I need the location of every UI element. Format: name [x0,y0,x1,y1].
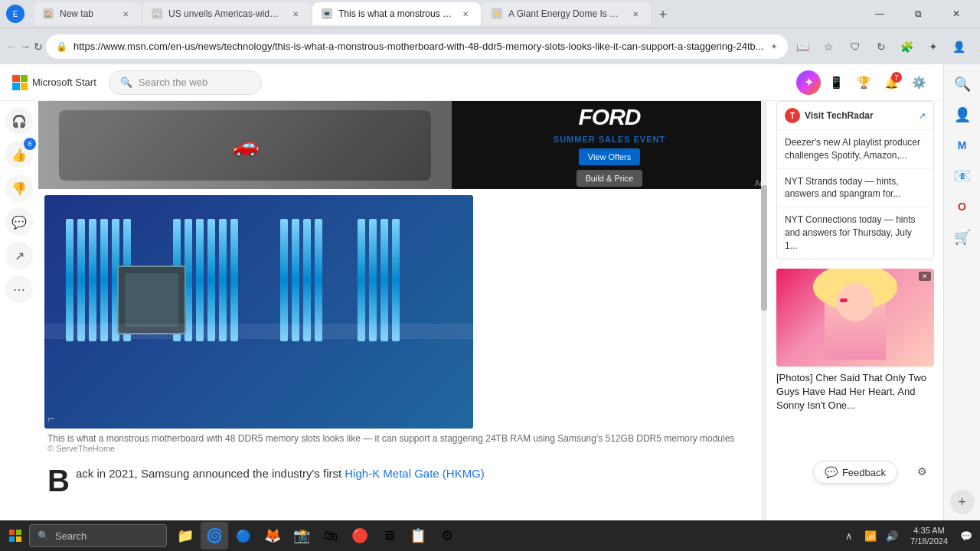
tab-4[interactable]: ⚡ A Giant Energy Dome Is Daring... ✕ [482,2,651,25]
browser-essentials-icon[interactable]: 🛡 [843,34,867,59]
comment-icon: 💬 [11,215,27,230]
close-button[interactable]: ✕ [939,2,974,25]
taskbar-sound[interactable]: 🔊 [881,525,903,546]
comment-button[interactable]: 💬 [5,208,33,236]
edge-sidebar-outlook[interactable]: 📧 [949,162,976,190]
favorites-icon[interactable]: ☆ [817,34,841,59]
msn-sq-blue [12,83,20,90]
edge-sidebar-profile[interactable]: 👤 [949,101,976,129]
header-icons: ✦ 📱 🏆 🔔 7 ⚙️ [796,70,931,95]
taskbar-clock[interactable]: 4:35 AM 7/18/2024 [906,525,952,547]
cher-box[interactable]: ✕ [Photos] Cher Said That Only Two Guys … [776,269,934,413]
copilot-toolbar-icon[interactable]: ✦ [921,34,946,59]
mobile-icon[interactable]: 📱 [824,70,848,95]
motherboard-board: ⌐ [44,195,473,429]
share-button[interactable]: ↗ [5,242,33,269]
like-button[interactable]: 👍 8 [5,141,33,168]
tab-2-favicon: 📰 [152,8,162,19]
article-body: ack in 2021, Samsung announced the indus… [76,465,758,483]
scroll-thumb[interactable] [761,185,767,311]
more-button[interactable]: ⋯ [5,276,33,303]
bottom-settings-icon[interactable]: ⚙ [910,459,934,484]
edge-sidebar-office[interactable]: O [949,193,976,220]
extensions-icon[interactable]: 🧩 [895,34,920,59]
tab-3-favicon: 💻 [322,8,332,19]
edge-notifications[interactable]: 🔔 7 [973,34,980,59]
taskbar-search[interactable]: 🔍 Search [29,524,167,547]
edge-sidebar-m365[interactable]: M [949,132,976,159]
ad-build-price-button[interactable]: Build & Price [577,170,643,187]
profile-toolbar-icon[interactable]: 👤 [947,34,972,59]
listen-button[interactable]: 🎧 [5,107,33,135]
techradar-item-3[interactable]: NYT Connections today — hints and answer… [777,207,933,258]
taskbar-app-acrobat[interactable]: 🔴 [346,522,374,549]
taskbar-app-photos[interactable]: 📸 [288,522,315,549]
profile-icon[interactable]: E [6,5,24,23]
address-input[interactable]: 🔒 https://www.msn.com/en-us/news/technol… [46,34,788,59]
taskbar-time: 4:35 AM [910,525,948,536]
taskbar-app-remote[interactable]: 📋 [404,522,432,549]
tab-1-title: New tab [60,8,113,19]
start-button[interactable] [3,523,28,548]
taskbar-app-firefox[interactable]: 🦊 [259,522,286,549]
title-bar: E 🏠 New tab ✕ 📰 US unveils Americas-wide… [0,0,980,28]
article-text: B ack in 2021, Samsung announced the ind… [38,459,767,502]
share-icon: ↗ [15,249,24,263]
techradar-icon: T [785,108,800,123]
taskbar-network[interactable]: 📶 [860,525,881,546]
forward-button[interactable]: → [20,34,31,59]
cher-caption: [Photos] Cher Said That Only Two Guys Ha… [776,371,934,413]
dislike-button[interactable]: 👎 [5,174,33,202]
start-icon [9,530,21,542]
sync-icon[interactable]: ↻ [869,34,893,59]
tab-2-close[interactable]: ✕ [289,8,302,20]
edge-sidebar-shopping[interactable]: 🛒 [949,223,976,251]
rewards-icon[interactable]: 🏆 [851,70,876,95]
taskbar-app-chrome[interactable]: 🔵 [230,522,257,549]
msn-search-bar[interactable]: 🔍 Search the web [109,70,262,95]
scroll-indicator[interactable] [761,101,767,520]
settings-icon[interactable]: ⚙️ [906,70,931,95]
reading-mode-icon[interactable]: 📖 [791,34,815,59]
back-button[interactable]: ← [6,34,17,59]
tab-1-close[interactable]: ✕ [119,8,132,20]
taskbar-app-explorer[interactable]: 📁 [172,522,199,549]
maximize-button[interactable]: ⧉ [900,2,936,25]
address-bar: ← → ↻ 🔒 https://www.msn.com/en-us/news/t… [0,28,980,64]
taskbar-app-powershell[interactable]: 🖥 [375,522,403,549]
minimize-button[interactable]: — [862,2,897,25]
edge-sidebar-search[interactable]: 🔍 [949,70,976,98]
edge-sidebar-add[interactable]: + [950,490,975,514]
tab-4-close[interactable]: ✕ [629,8,642,20]
article-link[interactable]: High-K Metal Gate (HKMG) [345,467,485,480]
taskbar-app-settings[interactable]: ⚙ [433,522,461,549]
copilot-icon[interactable]: ✦ [796,70,821,95]
taskbar-chevron[interactable]: ∧ [838,525,860,546]
taskbar-notifications[interactable]: 💬 [956,525,977,546]
techradar-item-1[interactable]: Deezer's new AI playlist producer challe… [777,130,933,169]
taskbar-app-edge[interactable]: 🌀 [201,522,228,549]
refresh-button[interactable]: ↻ [34,34,43,59]
tab-2[interactable]: 📰 US unveils Americas-wide plan... ✕ [142,2,311,25]
tab-3[interactable]: 💻 This is what a monstrous mothe... ✕ [312,2,481,25]
feedback-button[interactable]: 💬 Feedback [813,461,897,484]
tab-3-close[interactable]: ✕ [459,8,472,20]
toolbar-icons: 📖 ☆ 🛡 ↻ 🧩 ✦ 👤 🔔 7 ⋯ [791,34,980,59]
notifications-icon[interactable]: 🔔 7 [879,70,903,95]
image-copyright: © ServeTheHome [44,444,761,453]
msn-logo-icon [12,75,28,90]
taskbar-app-store[interactable]: 🛍 [317,522,345,549]
taskbar-right-icons: ∧ 📶 🔊 [838,525,903,546]
article-actions: 🎧 👍 8 👎 💬 ↗ ⋯ [0,101,38,520]
tab-2-title: US unveils Americas-wide plan... [168,8,283,19]
tab-3-title: This is what a monstrous mothe... [338,8,453,19]
ad-view-offers-button[interactable]: View Offers [579,148,640,165]
taskbar-right: ∧ 📶 🔊 4:35 AM 7/18/2024 💬 [838,525,977,547]
techradar-item-2[interactable]: NYT Strands today — hints, answers and s… [777,169,933,208]
techradar-external-link[interactable]: ↗ [919,111,926,121]
msn-logo[interactable]: Microsoft Start [12,75,96,90]
motherboard-image: ⌐ [44,195,473,429]
new-tab-button[interactable]: + [652,4,674,25]
tab-1[interactable]: 🏠 New tab ✕ [34,2,141,25]
headphones-icon: 🎧 [11,114,27,129]
